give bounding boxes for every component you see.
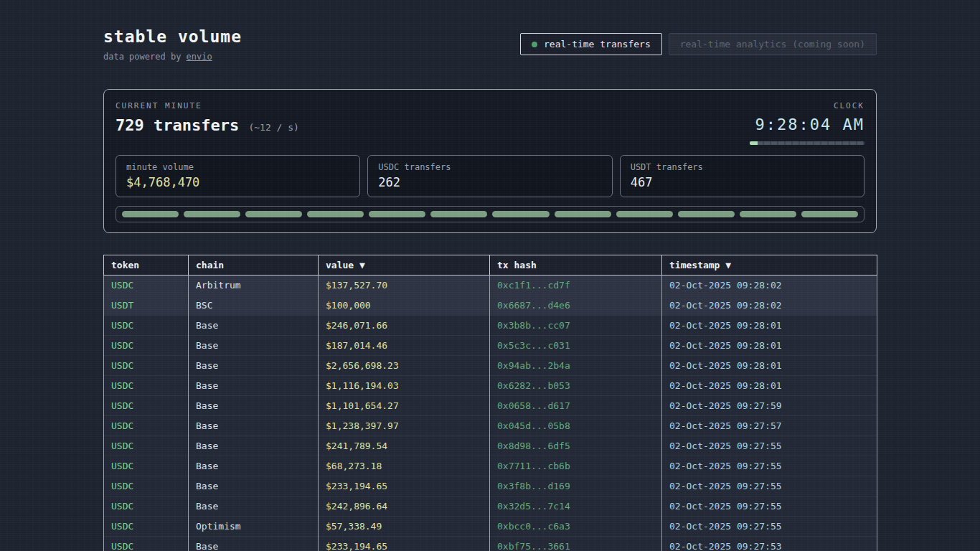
timestamp-cell: 02-Oct-2025 09:28:01	[662, 356, 877, 376]
value-cell: $1,116,194.03	[319, 376, 490, 396]
token-cell: USDC	[104, 436, 189, 456]
stat-label: USDT transfers	[631, 162, 854, 172]
current-minute-label: CURRENT MINUTE	[116, 101, 299, 110]
stat-box-usdc-transfers: USDC transfers 262	[367, 155, 612, 197]
table-row: USDCArbitrum$137,527.700xc1f1...cd7f02-O…	[104, 276, 877, 296]
chain-cell: Base	[189, 537, 319, 551]
transfers-table: token chain value ▼ tx hash timestamp ▼ …	[103, 255, 877, 551]
timestamp-cell: 02-Oct-2025 09:28:01	[662, 316, 877, 336]
column-header-chain: chain	[189, 255, 319, 276]
activity-segment	[492, 211, 549, 217]
clock-block: CLOCK 9:28:04 AM	[750, 101, 864, 145]
token-cell: USDC	[104, 316, 189, 336]
timestamp-cell: 02-Oct-2025 09:27:55	[662, 436, 877, 456]
timestamp-cell: 02-Oct-2025 09:27:59	[662, 396, 877, 416]
tx-hash-link[interactable]: 0xbf75...3661	[490, 537, 662, 551]
tx-hash-link[interactable]: 0x6282...b053	[490, 376, 662, 396]
envio-link[interactable]: envio	[187, 52, 212, 62]
chain-cell: Base	[189, 336, 319, 356]
tx-hash-link[interactable]: 0x7711...cb6b	[490, 456, 662, 476]
tx-hash-link[interactable]: 0x32d5...7c14	[490, 496, 662, 517]
table-row: USDCBase$68,273.180x7711...cb6b02-Oct-20…	[104, 456, 877, 476]
token-cell: USDC	[104, 517, 189, 537]
timestamp-cell: 02-Oct-2025 09:28:02	[662, 296, 877, 316]
activity-segment	[184, 211, 240, 217]
token-cell: USDT	[104, 296, 189, 316]
activity-segment	[740, 211, 796, 217]
table-row: USDCBase$233,194.650x3f8b...d16902-Oct-2…	[104, 476, 877, 496]
title-block: stable volume data powered by envio	[103, 27, 242, 62]
usdc-transfers-value: 262	[378, 175, 601, 189]
chain-cell: Base	[189, 356, 319, 376]
token-cell: USDC	[104, 356, 189, 376]
chain-cell: Base	[189, 376, 319, 396]
token-cell: USDC	[104, 416, 189, 436]
value-cell: $137,527.70	[319, 276, 490, 296]
activity-bar	[116, 206, 864, 222]
column-header-token: token	[104, 255, 189, 276]
timestamp-cell: 02-Oct-2025 09:28:01	[662, 376, 877, 396]
tx-hash-link[interactable]: 0x6687...d4e6	[490, 296, 662, 316]
value-cell: $233,194.65	[319, 476, 490, 496]
transfers-count: 729 transfers (~12 / s)	[116, 116, 299, 134]
page-title: stable volume	[103, 27, 242, 46]
subtitle: data powered by envio	[103, 52, 242, 62]
value-cell: $2,656,698.23	[319, 356, 490, 376]
column-header-timestamp[interactable]: timestamp ▼	[662, 255, 877, 276]
table-row: USDCBase$1,238,397.970x045d...05b802-Oct…	[104, 416, 877, 436]
token-cell: USDC	[104, 376, 189, 396]
timestamp-cell: 02-Oct-2025 09:27:55	[662, 517, 877, 537]
minute-volume-value: $4,768,470	[126, 175, 349, 189]
tx-hash-link[interactable]: 0x3b8b...cc07	[490, 316, 662, 336]
tx-hash-link[interactable]: 0xc1f1...cd7f	[490, 276, 662, 296]
stat-boxes: minute volume $4,768,470 USDC transfers …	[116, 155, 864, 197]
value-cell: $1,101,654.27	[319, 396, 490, 416]
tx-hash-link[interactable]: 0x0658...d617	[490, 396, 662, 416]
usdt-transfers-value: 467	[631, 175, 854, 189]
activity-segment	[616, 211, 673, 217]
chain-cell: Optimism	[189, 517, 319, 537]
timestamp-cell: 02-Oct-2025 09:27:57	[662, 416, 877, 436]
value-cell: $1,238,397.97	[319, 416, 490, 436]
tx-hash-link[interactable]: 0x3f8b...d169	[490, 476, 662, 496]
value-cell: $246,071.66	[319, 316, 490, 336]
table-row: USDCBase$1,101,654.270x0658...d61702-Oct…	[104, 396, 877, 416]
table-row: USDTBSC$100,0000x6687...d4e602-Oct-2025 …	[104, 296, 877, 316]
token-cell: USDC	[104, 537, 189, 551]
chain-cell: Base	[189, 436, 319, 456]
tx-hash-link[interactable]: 0x8d98...6df5	[490, 436, 662, 456]
tab-realtime-transfers-label: real-time transfers	[544, 39, 651, 50]
column-header-value[interactable]: value ▼	[319, 255, 490, 276]
view-tabs: real-time transfers real-time analytics …	[520, 33, 877, 55]
tx-hash-link[interactable]: 0x045d...05b8	[490, 416, 662, 436]
tab-realtime-transfers[interactable]: real-time transfers	[520, 33, 662, 55]
transfers-rate: (~12 / s)	[248, 122, 298, 133]
table-row: USDCBase$233,194.650xbf75...366102-Oct-2…	[104, 537, 877, 551]
panel-top: CURRENT MINUTE 729 transfers (~12 / s) C…	[116, 101, 864, 145]
activity-segment	[555, 211, 611, 217]
table-header-row: token chain value ▼ tx hash timestamp ▼	[104, 255, 877, 276]
chain-cell: Base	[189, 396, 319, 416]
minute-progress-fill	[750, 141, 758, 145]
table-row: USDCBase$1,116,194.030x6282...b05302-Oct…	[104, 376, 877, 396]
value-cell: $100,000	[319, 296, 490, 316]
stat-label: minute volume	[126, 162, 349, 172]
tab-realtime-analytics: real-time analytics (coming soon)	[669, 33, 877, 55]
topbar: stable volume data powered by envio real…	[103, 27, 877, 62]
tx-hash-link[interactable]: 0x5c3c...c031	[490, 336, 662, 356]
tx-hash-link[interactable]: 0xbcc0...c6a3	[490, 517, 662, 537]
chain-cell: BSC	[189, 296, 319, 316]
tx-hash-link[interactable]: 0x94ab...2b4a	[490, 356, 662, 376]
token-cell: USDC	[104, 496, 189, 517]
stat-box-minute-volume: minute volume $4,768,470	[116, 155, 360, 197]
timestamp-cell: 02-Oct-2025 09:27:55	[662, 496, 877, 517]
chain-cell: Base	[189, 496, 319, 517]
clock-label: CLOCK	[750, 101, 864, 110]
live-dot-icon	[532, 42, 537, 47]
value-cell: $187,014.46	[319, 336, 490, 356]
stat-label: USDC transfers	[378, 162, 601, 172]
timestamp-cell: 02-Oct-2025 09:28:01	[662, 336, 877, 356]
activity-segment	[245, 211, 302, 217]
value-cell: $233,194.65	[319, 537, 490, 551]
table-row: USDCBase$187,014.460x5c3c...c03102-Oct-2…	[104, 336, 877, 356]
